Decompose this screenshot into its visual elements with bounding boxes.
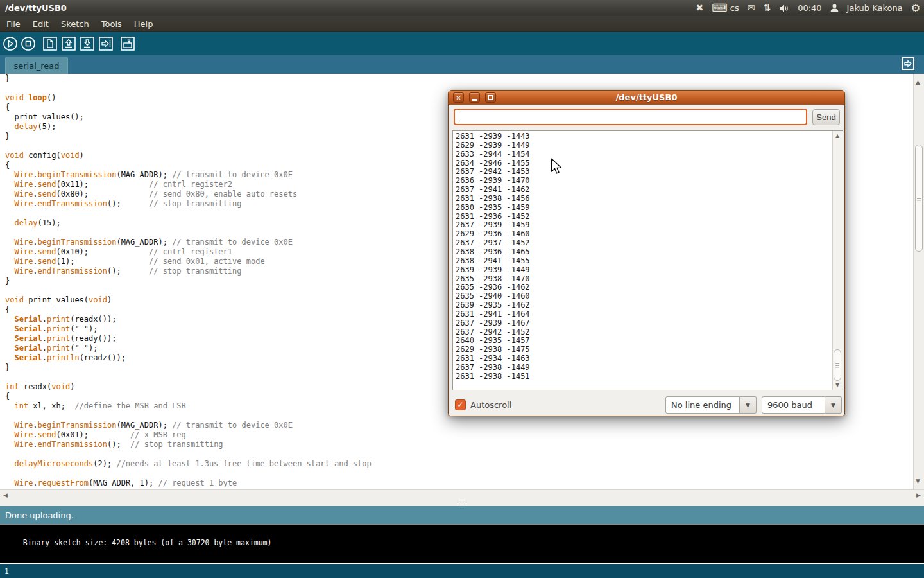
menubar: File Edit Sketch Tools Help xyxy=(0,16,924,32)
editor-code-text: } void loop(){ print_values(); delay(5);… xyxy=(5,74,372,488)
text-caret xyxy=(458,111,458,122)
volume-icon[interactable] xyxy=(779,4,789,13)
serial-output-text: 2631 -2939 -1443 2629 -2939 -1449 2633 -… xyxy=(456,132,530,381)
mouse-cursor xyxy=(551,158,563,177)
menu-edit[interactable]: Edit xyxy=(33,19,49,29)
thumb-grip xyxy=(917,196,921,200)
tabbar: serial_read xyxy=(0,55,924,74)
scroll-up-arrow-icon[interactable]: ▲ xyxy=(916,79,920,85)
keyboard-layout-indicator[interactable]: ⌨ cs xyxy=(712,0,739,16)
serial-monitor-titlebar[interactable]: ✕ /dev/ttyUSB0 xyxy=(449,91,844,105)
screen: /dev/ttyUSB0 ✖ ⌨ cs ✉ ⇅ 00:40 xyxy=(0,0,924,578)
autoscroll-label: Autoscroll xyxy=(470,400,511,410)
serial-output-area[interactable]: 2631 -2939 -1443 2629 -2939 -1449 2633 -… xyxy=(452,130,843,390)
baud-rate-value: 9600 baud xyxy=(762,396,825,414)
status-bar: Done uploading. xyxy=(0,506,924,524)
dropdown-arrow-icon[interactable]: ▼ xyxy=(825,396,842,414)
editor-vertical-scrollbar[interactable]: ▲ ▼ xyxy=(913,74,924,489)
save-button[interactable] xyxy=(80,36,95,51)
menu-tools[interactable]: Tools xyxy=(101,19,122,29)
divider-grip xyxy=(459,502,465,505)
toolbar xyxy=(0,32,924,55)
serial-send-input[interactable] xyxy=(454,109,807,125)
tab-serial-read[interactable]: serial_read xyxy=(5,57,68,74)
line-number: 1 xyxy=(4,567,9,575)
serial-monitor-window: ✕ /dev/ttyUSB0 Send 2631 -2939 -1443 262… xyxy=(448,90,845,416)
serial-monitor-title: /dev/ttyUSB0 xyxy=(449,92,844,102)
open-button[interactable] xyxy=(61,36,76,51)
status-message: Done uploading. xyxy=(5,511,74,520)
system-tray: ✖ ⌨ cs ✉ ⇅ 00:40 Jakub Kakona ⚙ xyxy=(696,0,920,16)
serial-monitor-button[interactable] xyxy=(120,36,135,51)
verify-button[interactable] xyxy=(3,36,18,51)
menu-file[interactable]: File xyxy=(6,19,21,29)
window-title: /dev/ttyUSB0 xyxy=(5,3,67,13)
send-button[interactable]: Send xyxy=(812,109,840,125)
serial-output-scrollbar[interactable]: ▲ ▼ xyxy=(832,131,843,390)
baud-rate-dropdown[interactable]: 9600 baud ▼ xyxy=(762,396,842,414)
new-sketch-button[interactable] xyxy=(42,36,58,51)
tab-label: serial_read xyxy=(13,61,59,71)
upload-button[interactable] xyxy=(98,36,114,51)
mail-icon[interactable]: ✉ xyxy=(748,0,755,16)
stop-button[interactable] xyxy=(21,36,36,51)
keyboard-icon: ⌨ xyxy=(712,0,728,16)
line-number-strip: 1 xyxy=(0,564,924,578)
scroll-left-arrow-icon[interactable]: ◀ xyxy=(3,492,8,498)
dropdown-arrow-icon[interactable]: ▼ xyxy=(740,396,757,414)
thumb-grip xyxy=(835,363,839,367)
tab-menu-button[interactable] xyxy=(902,57,914,70)
session-gear-icon[interactable]: ⚙ xyxy=(911,0,920,16)
network-arrows-icon[interactable]: ⇅ xyxy=(763,0,771,16)
scroll-down-arrow-icon[interactable]: ▼ xyxy=(835,382,839,388)
indicator-pinwheel-icon[interactable]: ✖ xyxy=(696,0,703,16)
build-console: Binary sketch size: 4208 bytes (of a 307… xyxy=(0,524,924,563)
scroll-up-arrow-icon[interactable]: ▲ xyxy=(835,133,839,139)
clock[interactable]: 00:40 xyxy=(798,3,821,13)
scroll-down-arrow-icon[interactable]: ▼ xyxy=(916,478,920,484)
editor-scrollbar-thumb[interactable] xyxy=(915,144,923,252)
line-ending-dropdown[interactable]: No line ending ▼ xyxy=(665,396,757,414)
splitter-divider[interactable] xyxy=(0,502,924,506)
menu-sketch[interactable]: Sketch xyxy=(61,19,89,29)
editor-horizontal-scrollbar[interactable]: ◀ ▶ xyxy=(0,489,924,502)
keyboard-layout-label: cs xyxy=(730,3,739,13)
autoscroll-checkbox[interactable]: ✓ xyxy=(455,399,466,410)
serial-scrollbar-thumb[interactable] xyxy=(834,349,841,381)
line-ending-value: No line ending xyxy=(665,396,740,414)
user-icon xyxy=(830,4,839,13)
menu-help[interactable]: Help xyxy=(134,19,153,29)
desktop-panel: /dev/ttyUSB0 ✖ ⌨ cs ✉ ⇅ 00:40 xyxy=(0,0,924,16)
console-text: Binary sketch size: 4208 bytes (of a 307… xyxy=(23,538,272,547)
scroll-right-arrow-icon[interactable]: ▶ xyxy=(916,492,921,498)
username-label[interactable]: Jakub Kakona xyxy=(847,3,903,13)
serial-monitor-controls: ✓ Autoscroll No line ending ▼ 9600 baud … xyxy=(449,394,844,417)
